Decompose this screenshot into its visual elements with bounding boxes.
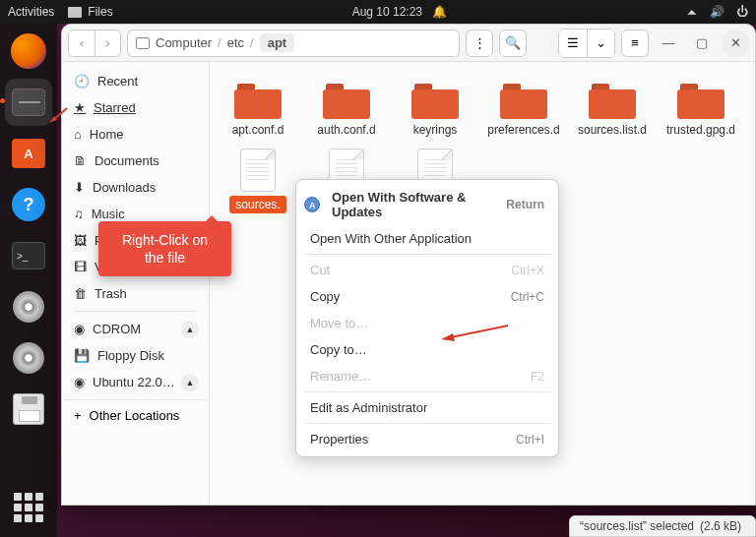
ctx-label: Properties <box>310 432 368 447</box>
dock-disc2[interactable] <box>5 334 52 382</box>
sidebar-item-label: Trash <box>94 286 127 301</box>
dock-floppy[interactable] <box>5 386 52 433</box>
ctx-open-other-app[interactable]: Open With Other Application <box>296 225 558 252</box>
sidebar-item-label: Starred <box>94 100 136 115</box>
dock-files[interactable] <box>5 79 52 126</box>
view-dropdown-button[interactable]: ⌄ <box>587 30 614 57</box>
hamburger-button[interactable]: ≡ <box>621 30 649 57</box>
folder-keyrings[interactable]: keyrings <box>391 74 479 143</box>
maximize-button[interactable]: ▢ <box>688 30 716 57</box>
minimize-button[interactable]: — <box>655 30 682 57</box>
sidebar-cdrom[interactable]: ◉CDROM▲ <box>64 316 207 342</box>
sidebar-recent[interactable]: 🕘Recent <box>64 68 207 94</box>
ctx-separator <box>304 423 550 424</box>
folder-sources-list-d[interactable]: sources.list.d <box>568 74 657 143</box>
sidebar-documents[interactable]: 🗎Documents <box>64 148 207 174</box>
ctx-open-software-updates[interactable]: Open With Software & UpdatesReturn <box>296 184 558 225</box>
crumb-etc[interactable]: etc <box>227 35 244 50</box>
dock-terminal[interactable]: >_ <box>5 232 52 279</box>
callout-right-click: Right-Click on the file <box>98 221 231 276</box>
folder-icon <box>411 80 459 119</box>
sidebar-starred[interactable]: ★Starred <box>64 94 207 121</box>
topbar-files[interactable]: Files <box>68 5 112 19</box>
sidebar-item-label: CDROM <box>93 322 141 336</box>
ctx-properties[interactable]: PropertiesCtrl+I <box>296 426 558 452</box>
ctx-shortcut: Ctrl+X <box>511 264 544 277</box>
ctx-label: Cut <box>310 263 330 277</box>
clock[interactable]: Aug 10 12:23 <box>352 5 422 19</box>
eject-button[interactable]: ▲ <box>181 321 199 338</box>
back-button[interactable]: ‹ <box>69 30 94 56</box>
folder-icon <box>323 80 370 119</box>
file-label: keyrings <box>413 123 458 137</box>
status-bar: “sources.list” selected (2.6 kB) <box>569 515 756 537</box>
sidebar-ubuntu[interactable]: ◉Ubuntu 22.0…▲ <box>64 369 207 395</box>
sidebar-item-label: Ubuntu 22.0… <box>93 375 175 389</box>
list-view-button[interactable]: ☰ <box>559 30 587 57</box>
menu-button[interactable]: ⋮ <box>466 30 493 57</box>
forward-button[interactable]: › <box>94 30 120 56</box>
picture-icon: 🖼 <box>74 233 87 248</box>
activities-button[interactable]: Activities <box>8 5 54 19</box>
star-icon: ★ <box>74 100 86 115</box>
callout-text-1: Right-Click on <box>122 232 208 248</box>
ctx-edit-as-admin[interactable]: Edit as Administrator <box>296 394 558 421</box>
software-icon: A <box>12 139 45 168</box>
dock-firefox[interactable] <box>5 28 52 75</box>
ctx-copy-to[interactable]: Copy to… <box>296 336 558 363</box>
context-menu: Open With Software & UpdatesReturn Open … <box>295 179 559 457</box>
trash-icon: 🗑 <box>74 286 87 301</box>
status-text: “sources.list” selected <box>580 519 694 533</box>
file-label: auth.conf.d <box>317 123 375 137</box>
file-row: apt.conf.d auth.conf.d keyrings preferen… <box>214 74 751 143</box>
crumb-computer[interactable]: Computer <box>156 35 212 50</box>
ctx-label: Copy <box>310 289 340 304</box>
ctx-copy[interactable]: CopyCtrl+C <box>296 283 558 310</box>
eject-button[interactable]: ▲ <box>181 374 199 391</box>
floppy-icon: 💾 <box>74 348 90 363</box>
terminal-icon: >_ <box>12 242 45 269</box>
nav-arrows: ‹ › <box>68 30 121 57</box>
ctx-shortcut: Return <box>506 198 544 211</box>
dock-disc1[interactable] <box>5 283 52 330</box>
file-label-selected: sources. <box>229 196 285 213</box>
search-icon: 🔍 <box>505 35 521 50</box>
folder-preferences-d[interactable]: preferences.d <box>479 74 568 143</box>
notification-icon[interactable]: 🔔 <box>432 5 447 19</box>
volume-icon[interactable]: 🔊 <box>710 5 724 19</box>
network-icon[interactable]: ⏶ <box>686 5 698 19</box>
ctx-shortcut: Ctrl+C <box>511 290 544 304</box>
sidebar-other-locations[interactable]: +Other Locations <box>64 399 207 431</box>
document-icon: 🗎 <box>74 153 87 168</box>
list-icon: ☰ <box>567 35 579 50</box>
dock: A ? >_ <box>0 24 57 537</box>
ctx-shortcut: Ctrl+I <box>516 433 544 447</box>
disc-icon: ◉ <box>74 322 85 336</box>
kebab-icon: ⋮ <box>473 35 486 50</box>
sidebar-home[interactable]: ⌂Home <box>64 121 207 148</box>
folder-trusted-gpg-d[interactable]: trusted.gpg.d <box>657 74 745 143</box>
folder-icon <box>500 80 547 119</box>
view-switcher: ☰ ⌄ <box>558 29 615 58</box>
sidebar-item-label: Music <box>92 207 125 221</box>
folder-auth-conf-d[interactable]: auth.conf.d <box>302 74 391 143</box>
close-button[interactable]: ✕ <box>722 30 749 57</box>
ctx-label: Open With Software & Updates <box>332 190 498 219</box>
breadcrumb-sep: / <box>250 35 254 50</box>
crumb-apt[interactable]: apt <box>260 33 295 52</box>
folder-apt-conf-d[interactable]: apt.conf.d <box>214 74 302 143</box>
dock-software[interactable]: A <box>5 130 52 177</box>
sidebar-floppy[interactable]: 💾Floppy Disk <box>64 342 207 369</box>
dock-apps[interactable] <box>5 484 52 531</box>
breadcrumb[interactable]: Computer / etc / apt <box>127 30 460 57</box>
dock-help[interactable]: ? <box>5 181 52 228</box>
search-button[interactable]: 🔍 <box>499 30 527 57</box>
file-sources-list[interactable]: sources. <box>214 143 302 219</box>
ctx-cut: CutCtrl+X <box>296 257 558 283</box>
sidebar-downloads[interactable]: ⬇Downloads <box>64 174 207 201</box>
sidebar-trash[interactable]: 🗑Trash <box>64 280 207 307</box>
breadcrumb-sep: / <box>218 35 221 50</box>
power-icon[interactable]: ⏻ <box>736 5 748 19</box>
file-label: preferences.d <box>487 123 559 137</box>
status-size: (2.6 kB) <box>700 519 741 533</box>
